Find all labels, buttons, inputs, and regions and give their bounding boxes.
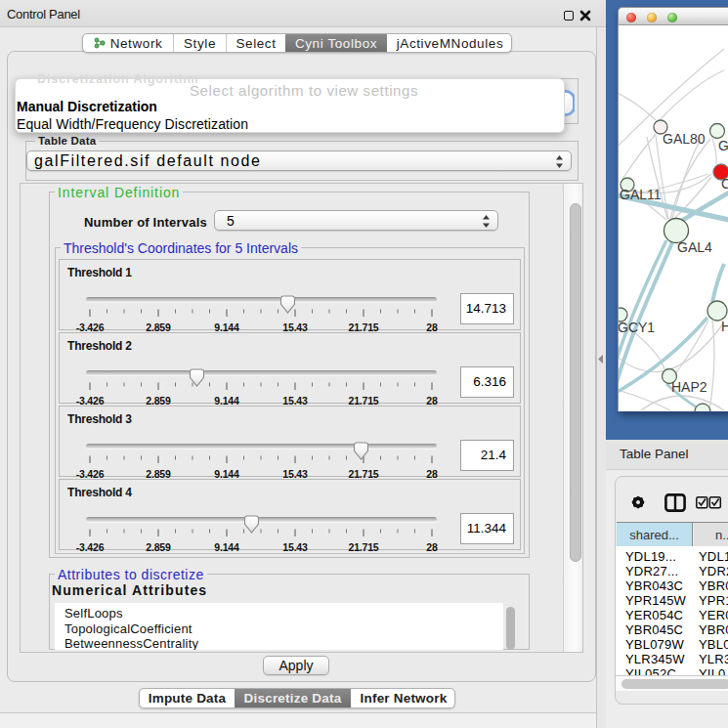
svg-text:C: C	[721, 176, 728, 192]
svg-text:GAL80: GAL80	[663, 131, 706, 147]
svg-text:GAL4: GAL4	[677, 239, 712, 255]
svg-text:HAP2: HAP2	[671, 379, 707, 395]
svg-text:GA: GA	[718, 138, 728, 153]
svg-text:GCY1: GCY1	[619, 320, 655, 335]
svg-text:GAL11: GAL11	[620, 187, 662, 202]
svg-text:H: H	[721, 319, 728, 334]
